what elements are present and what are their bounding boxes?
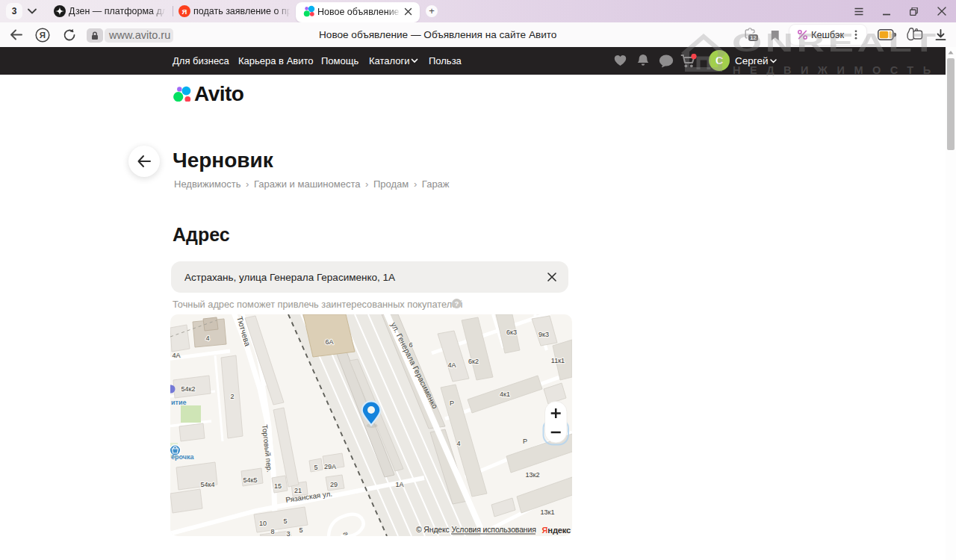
- svg-text:© Яндекс Условия использования: © Яндекс Условия использования: [416, 526, 536, 534]
- svg-text:8: 8: [270, 528, 274, 535]
- svg-text:29А: 29А: [324, 463, 336, 470]
- svg-text:13к2: 13к2: [526, 471, 540, 479]
- svg-text:29: 29: [330, 481, 338, 488]
- svg-text:54к4: 54к4: [201, 481, 215, 488]
- svg-text:Р: Р: [523, 438, 527, 445]
- svg-text:4к1: 4к1: [500, 391, 510, 398]
- svg-text:1А: 1А: [395, 481, 403, 488]
- svg-text:итие: итие: [171, 399, 186, 406]
- svg-text:Р: Р: [450, 399, 454, 407]
- svg-text:5: 5: [314, 464, 317, 471]
- svg-text:13к1: 13к1: [541, 508, 555, 516]
- svg-text:4А: 4А: [447, 361, 456, 369]
- svg-text:11к1: 11к1: [551, 357, 565, 364]
- svg-text:4А: 4А: [172, 352, 180, 359]
- svg-text:15: 15: [274, 482, 282, 490]
- svg-text:9к3: 9к3: [538, 331, 549, 338]
- svg-text:5: 5: [283, 517, 287, 525]
- svg-text:Яндекс: Яндекс: [542, 526, 571, 535]
- svg-text:4: 4: [456, 440, 460, 447]
- svg-text:6: 6: [409, 341, 412, 349]
- svg-text:Я: Я: [182, 7, 187, 16]
- svg-text:6к2: 6к2: [468, 358, 479, 365]
- svg-text:54к5: 54к5: [243, 476, 258, 484]
- svg-text:10: 10: [259, 520, 267, 527]
- svg-text:2: 2: [230, 393, 234, 400]
- svg-text:6к3: 6к3: [506, 329, 517, 336]
- svg-text:5: 5: [299, 526, 302, 534]
- svg-text:3: 3: [286, 530, 290, 536]
- svg-text:54к2: 54к2: [181, 385, 196, 393]
- svg-text:ёрочка: ёрочка: [171, 453, 195, 461]
- svg-text:21: 21: [294, 487, 302, 494]
- svg-text:4: 4: [205, 335, 209, 342]
- svg-text:Я: Я: [40, 31, 46, 40]
- svg-text:6А: 6А: [325, 338, 333, 346]
